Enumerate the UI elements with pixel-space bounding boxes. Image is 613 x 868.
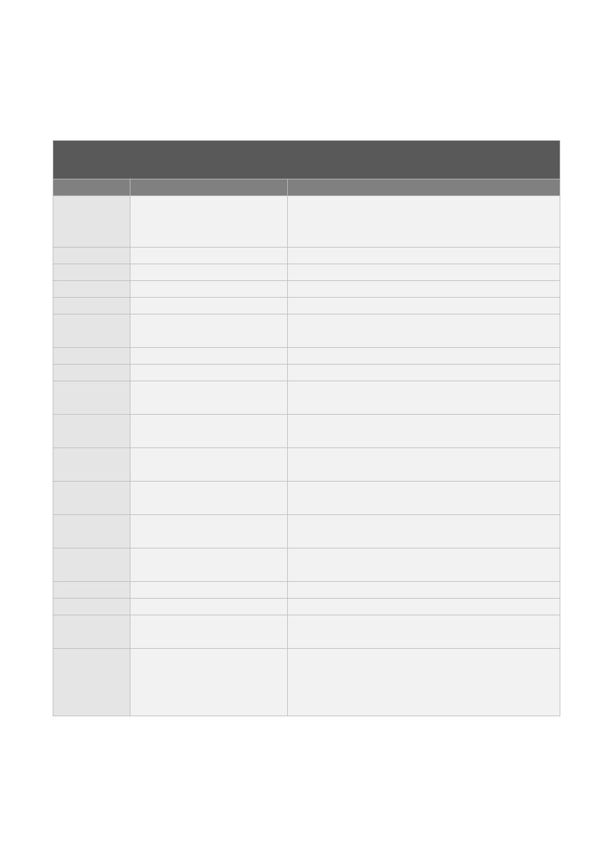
- table-row: [53, 281, 560, 298]
- cell-col-c: [288, 248, 560, 264]
- cell-col-c: [288, 196, 560, 247]
- table-row: [53, 599, 560, 615]
- cell-col-c: [288, 548, 560, 581]
- cell-col-c: [288, 348, 560, 364]
- cell-col-a: [53, 248, 130, 264]
- table-row: [53, 615, 560, 649]
- table-row: [53, 381, 560, 415]
- cell-col-a: [53, 548, 130, 581]
- table-row: [53, 196, 560, 248]
- cell-col-a: [53, 515, 130, 548]
- cell-col-c: [288, 448, 560, 481]
- cell-col-a: [53, 381, 130, 414]
- cell-col-a: [53, 415, 130, 448]
- cell-col-c: [288, 482, 560, 514]
- cell-col-c: [288, 314, 560, 347]
- table-row: [53, 298, 560, 314]
- cell-col-b: [130, 381, 288, 414]
- cell-col-a: [53, 281, 130, 297]
- table-row: [53, 649, 560, 716]
- cell-col-b: [130, 515, 288, 548]
- cell-col-b: [130, 264, 288, 280]
- cell-col-b: [130, 415, 288, 448]
- cell-col-b: [130, 196, 288, 247]
- col-header-a: [53, 179, 130, 195]
- cell-col-a: [53, 348, 130, 364]
- cell-col-a: [53, 298, 130, 314]
- table-row: [53, 415, 560, 448]
- cell-col-c: [288, 415, 560, 448]
- cell-col-c: [288, 582, 560, 598]
- cell-col-a: [53, 365, 130, 381]
- table-row: [53, 314, 560, 348]
- cell-col-c: [288, 281, 560, 297]
- cell-col-a: [53, 448, 130, 481]
- cell-col-b: [130, 615, 288, 648]
- cell-col-c: [288, 649, 560, 716]
- table-row: [53, 248, 560, 264]
- cell-col-b: [130, 248, 288, 264]
- cell-col-b: [130, 599, 288, 615]
- cell-col-b: [130, 482, 288, 514]
- table-row: [53, 448, 560, 482]
- cell-col-c: [288, 599, 560, 615]
- cell-col-a: [53, 582, 130, 598]
- cell-col-a: [53, 196, 130, 247]
- cell-col-b: [130, 582, 288, 598]
- cell-col-b: [130, 348, 288, 364]
- cell-col-b: [130, 281, 288, 297]
- table-header-row: [53, 179, 560, 196]
- cell-col-c: [288, 298, 560, 314]
- cell-col-b: [130, 298, 288, 314]
- cell-col-c: [288, 365, 560, 381]
- cell-col-a: [53, 264, 130, 280]
- table-title-row: [53, 141, 560, 179]
- cell-col-b: [130, 649, 288, 716]
- table-row: [53, 365, 560, 381]
- table-row: [53, 348, 560, 365]
- cell-col-c: [288, 264, 560, 280]
- table-row: [53, 515, 560, 548]
- cell-col-a: [53, 649, 130, 716]
- col-header-b: [130, 179, 288, 195]
- cell-col-a: [53, 599, 130, 615]
- cell-col-a: [53, 314, 130, 347]
- cell-col-a: [53, 615, 130, 648]
- cell-col-b: [130, 314, 288, 347]
- table-row: [53, 582, 560, 599]
- cell-col-a: [53, 482, 130, 514]
- cell-col-c: [288, 615, 560, 648]
- table-row: [53, 264, 560, 281]
- col-header-c: [288, 179, 560, 195]
- cell-col-b: [130, 548, 288, 581]
- table-row: [53, 482, 560, 515]
- table-body: [53, 196, 560, 716]
- cell-col-c: [288, 515, 560, 548]
- cell-col-b: [130, 365, 288, 381]
- data-table: [53, 140, 560, 716]
- table-row: [53, 548, 560, 582]
- cell-col-c: [288, 381, 560, 414]
- cell-col-b: [130, 448, 288, 481]
